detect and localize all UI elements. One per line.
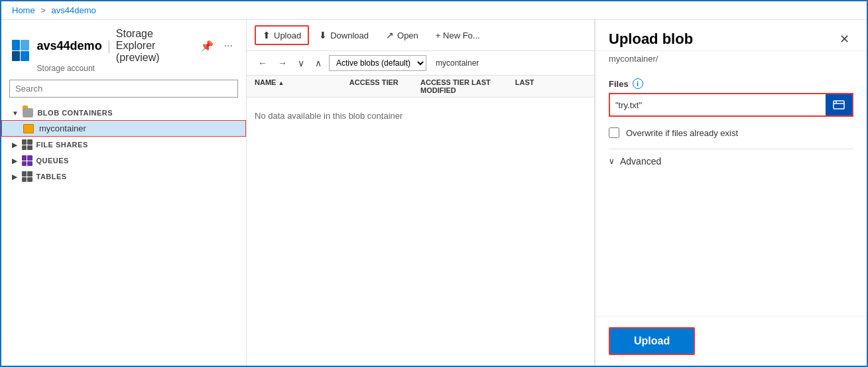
queues-arrow: ▶ xyxy=(12,157,18,165)
breadcrumb-account[interactable]: avs44demo xyxy=(52,5,96,15)
tables-label: TABLES xyxy=(36,173,67,181)
table-area: NAME ACCESS TIER ACCESS TIER LAST MODIFI… xyxy=(247,76,594,366)
download-button[interactable]: ⬇ Download xyxy=(312,26,376,44)
files-form-group: Files i xyxy=(609,78,853,117)
panel-footer: Upload xyxy=(595,316,867,366)
blob-filter: Active blobs (default) All blobs Deleted… xyxy=(329,55,426,71)
search-input[interactable] xyxy=(9,80,238,98)
breadcrumb: Home > avs44demo xyxy=(1,1,867,20)
file-shares-icon xyxy=(22,139,32,150)
blob-containers-arrow: ▼ xyxy=(12,110,19,117)
nav-bar: ← → ∨ ∧ Active blobs (default) All blobs… xyxy=(247,51,594,76)
table-header: NAME ACCESS TIER ACCESS TIER LAST MODIFI… xyxy=(247,76,594,98)
browse-icon xyxy=(832,98,845,111)
blob-filter-select[interactable]: Active blobs (default) All blobs Deleted… xyxy=(329,55,426,71)
up-button[interactable]: ∧ xyxy=(312,56,325,70)
col-access-tier-modified[interactable]: ACCESS TIER LAST MODIFIED xyxy=(420,78,515,94)
panel-title: Upload blob xyxy=(609,31,693,48)
tables-icon xyxy=(22,171,32,182)
tables-arrow: ▶ xyxy=(12,173,18,181)
tree-section: ▼ BLOB CONTAINERS mycontainer ▶ FILE SHA… xyxy=(1,103,246,366)
new-folder-label: + New Fo... xyxy=(436,31,480,40)
col-access-tier[interactable]: ACCESS TIER xyxy=(349,78,420,94)
file-input-wrap xyxy=(609,93,853,117)
back-button[interactable]: ← xyxy=(255,56,271,70)
file-input[interactable] xyxy=(610,96,826,114)
sidebar-header: avs44demo | Storage Explorer (preview) 📌… xyxy=(1,20,246,76)
container-icon xyxy=(23,124,34,133)
blob-containers-folder-icon xyxy=(23,108,33,117)
page-title: Storage Explorer (preview) xyxy=(116,28,192,64)
open-button[interactable]: ↗ Open xyxy=(379,26,426,44)
panel-close-button[interactable]: ✕ xyxy=(836,31,853,48)
mycontainer-item[interactable]: mycontainer xyxy=(1,120,246,137)
path-label: mycontainer xyxy=(436,58,479,68)
queues-label: QUEUES xyxy=(36,157,69,165)
blob-containers-header[interactable]: ▼ BLOB CONTAINERS xyxy=(1,106,246,120)
advanced-chevron: ∨ xyxy=(609,157,615,166)
open-label: Open xyxy=(397,31,418,40)
overwrite-checkbox[interactable] xyxy=(609,127,619,138)
files-label: Files i xyxy=(609,78,853,89)
advanced-label: Advanced xyxy=(620,156,661,167)
breadcrumb-home[interactable]: Home xyxy=(12,5,35,15)
panel-body: Files i Overwrite if xyxy=(595,70,867,316)
blob-containers-label: BLOB CONTAINERS xyxy=(37,109,113,117)
overwrite-checkbox-row: Overwrite if files already exist xyxy=(609,127,853,138)
upload-submit-button[interactable]: Upload xyxy=(609,327,695,355)
col-last[interactable]: LAST xyxy=(515,78,586,94)
file-shares-header[interactable]: ▶ FILE SHARES xyxy=(1,137,246,153)
account-type: Storage account xyxy=(37,64,235,73)
file-shares-label: FILE SHARES xyxy=(36,141,88,149)
account-name: avs44demo xyxy=(37,39,102,53)
file-shares-arrow: ▶ xyxy=(12,141,18,149)
table-empty-message: No data available in this blob container xyxy=(247,98,594,134)
upload-icon: ⬆ xyxy=(263,30,271,40)
queues-header[interactable]: ▶ QUEUES xyxy=(1,153,246,169)
upload-panel: Upload blob ✕ mycontainer/ Files i xyxy=(595,20,867,366)
col-name[interactable]: NAME xyxy=(255,78,349,94)
download-label: Download xyxy=(330,31,369,40)
mycontainer-label: mycontainer xyxy=(39,123,86,133)
upload-label: Upload xyxy=(274,31,301,40)
breadcrumb-separator: > xyxy=(40,5,46,15)
new-folder-button[interactable]: + New Fo... xyxy=(428,27,487,44)
storage-icon xyxy=(12,40,29,61)
overwrite-label[interactable]: Overwrite if files already exist xyxy=(626,128,738,138)
panel-subtitle: mycontainer/ xyxy=(595,51,867,70)
pin-button[interactable]: 📌 xyxy=(198,38,216,54)
download-icon: ⬇ xyxy=(319,30,327,40)
panel-header: Upload blob ✕ xyxy=(595,20,867,51)
file-browse-button[interactable] xyxy=(826,94,852,115)
svg-rect-0 xyxy=(834,101,844,109)
tables-header[interactable]: ▶ TABLES xyxy=(1,169,246,184)
more-options-button[interactable]: ··· xyxy=(221,38,235,53)
down-button[interactable]: ∨ xyxy=(294,56,308,70)
upload-button[interactable]: ⬆ Upload xyxy=(255,25,309,45)
content-area: ⬆ Upload ⬇ Download ↗ Open + New Fo... ←… xyxy=(247,20,595,366)
forward-button[interactable]: → xyxy=(275,56,290,70)
queues-icon xyxy=(22,155,32,166)
advanced-row[interactable]: ∨ Advanced xyxy=(609,149,853,173)
sidebar: avs44demo | Storage Explorer (preview) 📌… xyxy=(1,20,247,366)
open-icon: ↗ xyxy=(386,30,394,40)
files-info-icon[interactable]: i xyxy=(633,78,643,89)
toolbar: ⬆ Upload ⬇ Download ↗ Open + New Fo... xyxy=(247,20,594,51)
search-box-wrap xyxy=(1,76,246,103)
